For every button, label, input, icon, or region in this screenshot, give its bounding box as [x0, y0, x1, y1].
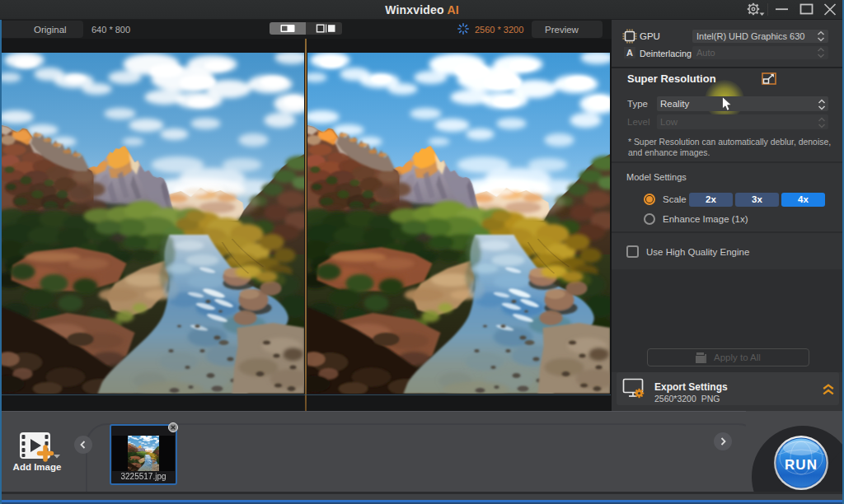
svg-text:RUN: RUN	[785, 457, 818, 473]
